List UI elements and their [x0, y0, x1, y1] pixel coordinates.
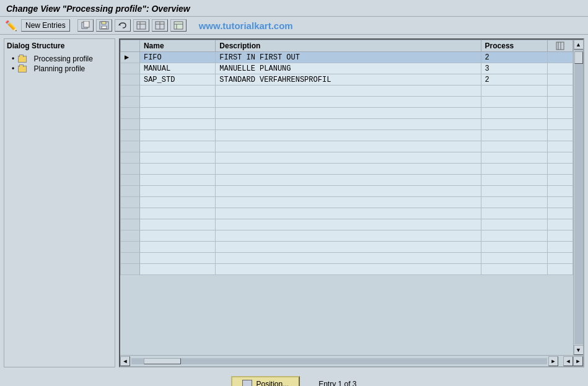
table-row[interactable] [121, 264, 573, 275]
empty-cell [547, 130, 573, 141]
table-row[interactable] [121, 186, 573, 197]
empty-cell [139, 230, 215, 242]
empty-cell [139, 208, 215, 219]
data-table: Name Description Process [120, 40, 573, 275]
table-row[interactable] [121, 164, 573, 175]
table-row[interactable] [121, 253, 573, 264]
new-entries-button[interactable]: New Entries [21, 19, 70, 32]
cell-description: FIRST IN FIRST OUT [216, 52, 481, 63]
cell-extra [547, 74, 573, 86]
table-row[interactable] [121, 152, 573, 164]
cell-process: 3 [481, 63, 547, 74]
table-row[interactable] [121, 208, 573, 219]
scroll-thumb[interactable] [574, 51, 583, 64]
empty-cell [216, 197, 481, 208]
svg-rect-4 [102, 22, 106, 24]
table-row[interactable] [121, 141, 573, 152]
h-scroll-track [131, 358, 547, 364]
cell-process: 2 [481, 74, 547, 86]
sidebar-item-processing-profile[interactable]: • Processing profile [7, 54, 112, 64]
col-header-name[interactable]: Name [139, 40, 215, 52]
empty-cell [547, 152, 573, 164]
table-row[interactable] [121, 197, 573, 208]
empty-cell [216, 130, 481, 141]
empty-cell [481, 242, 547, 253]
sidebar-item-label-processing: Processing profile [34, 55, 93, 63]
empty-cell [547, 97, 573, 108]
empty-cell [547, 208, 573, 219]
empty-cell [139, 130, 215, 141]
table-row[interactable]: SAP_STDSTANDARD VERFAHRENSPROFIL2 [121, 74, 573, 86]
folder-icon-processing [18, 56, 27, 63]
layout-button[interactable] [170, 19, 186, 32]
save-button[interactable] [96, 19, 112, 32]
table-row[interactable] [121, 130, 573, 141]
empty-cell [139, 186, 215, 197]
empty-cell [481, 130, 547, 141]
h-scroll-far-right-button[interactable]: ► [573, 356, 583, 366]
horizontal-scrollbar[interactable]: ◄ ► ◄ ► [120, 355, 583, 366]
table-row[interactable]: ▶FIFOFIRST IN FIRST OUT2 [121, 52, 573, 63]
main-content: Dialog Structure • Processing profile • … [0, 35, 588, 371]
table-row[interactable] [121, 97, 573, 108]
h-scroll-thumb[interactable] [144, 358, 181, 364]
table-row[interactable] [121, 86, 573, 97]
scroll-down-button[interactable]: ▼ [574, 345, 584, 355]
row-marker-cell [121, 208, 140, 219]
empty-cell [139, 164, 215, 175]
watermark-text: www.tutorialkart.com [199, 20, 293, 31]
new-entries-label: New Entries [25, 21, 66, 30]
empty-cell [547, 86, 573, 97]
col-header-process[interactable]: Process [481, 40, 547, 52]
empty-cell [481, 86, 547, 97]
row-marker-cell [121, 63, 140, 74]
col-header-description[interactable]: Description [216, 40, 481, 52]
row-marker-cell [121, 253, 140, 264]
empty-cell [481, 197, 547, 208]
col-resize-button[interactable] [547, 40, 573, 52]
h-scroll-right-button[interactable]: ► [548, 356, 558, 366]
vertical-scrollbar[interactable]: ▲ ▼ [573, 40, 583, 355]
empty-cell [547, 219, 573, 230]
empty-cell [216, 152, 481, 164]
empty-cell [481, 230, 547, 242]
empty-cell [139, 141, 215, 152]
resize-icon [551, 42, 569, 50]
cell-extra [547, 52, 573, 63]
empty-cell [139, 119, 215, 130]
table-row[interactable] [121, 219, 573, 230]
table-view-button[interactable] [133, 19, 149, 32]
position-button[interactable]: Position... [231, 376, 300, 386]
empty-cell [481, 264, 547, 275]
sidebar-item-planning-profile[interactable]: • Planning profile [7, 64, 112, 74]
copy-button[interactable] [77, 19, 94, 32]
bullet-icon: • [12, 55, 14, 63]
table-row[interactable] [121, 230, 573, 242]
undo-button[interactable] [115, 19, 131, 32]
empty-cell [216, 242, 481, 253]
h-scroll-left-button[interactable]: ◄ [120, 356, 130, 366]
empty-cell [216, 208, 481, 219]
bullet-icon-2: • [12, 64, 14, 73]
table-row[interactable]: MANUALMANUELLE PLANUNG3 [121, 63, 573, 74]
table-row[interactable] [121, 108, 573, 119]
table-row[interactable] [121, 119, 573, 130]
h-scroll-far-left-button[interactable]: ◄ [563, 356, 573, 366]
row-marker-header [121, 40, 140, 52]
svg-rect-15 [556, 42, 564, 50]
empty-cell [139, 264, 215, 275]
cell-name: SAP_STD [139, 74, 215, 86]
empty-cell [547, 175, 573, 186]
table-row[interactable] [121, 175, 573, 186]
dialog-panel-title: Dialog Structure [7, 42, 112, 50]
settings-button[interactable] [152, 19, 168, 32]
empty-cell [547, 242, 573, 253]
empty-cell [216, 108, 481, 119]
empty-cell [481, 186, 547, 197]
scroll-up-button[interactable]: ▲ [574, 40, 584, 50]
empty-cell [481, 175, 547, 186]
table-row[interactable] [121, 242, 573, 253]
position-button-label: Position... [256, 380, 289, 386]
empty-cell [547, 197, 573, 208]
empty-cell [481, 97, 547, 108]
